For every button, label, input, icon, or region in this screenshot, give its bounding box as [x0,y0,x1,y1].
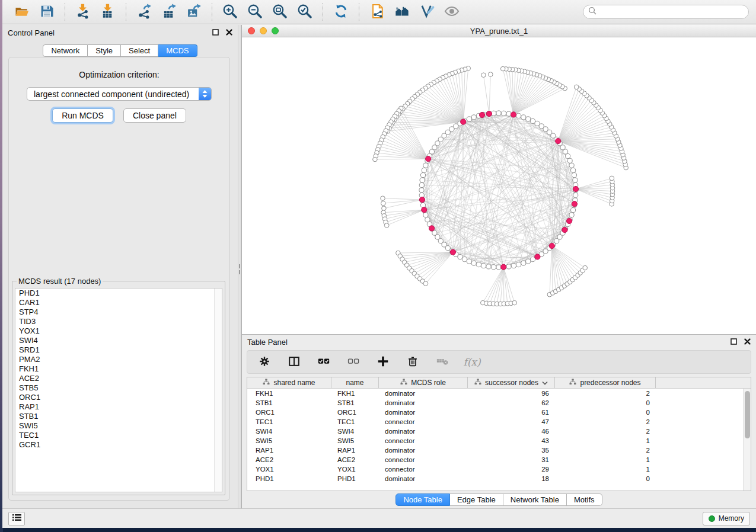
save-session-button[interactable] [37,2,56,21]
tab-mcds[interactable]: MCDS [158,44,197,57]
mcds-network-node[interactable] [461,119,466,124]
table-row[interactable]: ORC1ORC1dominator610 [247,408,751,417]
unselect-all-columns-button[interactable] [346,354,361,370]
mcds-result-item[interactable]: FKH1 [15,364,222,374]
table-cell[interactable]: connector [379,455,468,464]
network-node[interactable] [429,149,434,154]
table-cell[interactable]: 2 [555,389,656,398]
window-maximize-icon[interactable] [272,27,279,34]
network-node[interactable] [471,115,476,120]
tab-select[interactable]: Select [121,44,158,57]
mcds-network-node[interactable] [567,218,572,223]
table-cell[interactable]: connector [379,417,468,427]
network-node[interactable] [512,300,517,305]
mcds-network-node[interactable] [572,201,577,207]
import-network-button[interactable] [74,2,92,21]
mcds-network-node[interactable] [549,243,554,248]
table-cell[interactable]: RAP1 [247,446,331,455]
panel-splitter[interactable] [238,25,241,508]
delete-column-button[interactable] [405,354,420,370]
table-row[interactable]: TEC1TEC1connector472 [247,417,751,427]
network-node[interactable] [432,145,437,150]
network-node[interactable] [526,259,531,264]
network-node[interactable] [521,261,526,265]
table-scrollbar-thumb[interactable] [745,391,750,438]
table-cell[interactable]: connector [379,436,468,446]
mcds-network-node[interactable] [501,264,506,270]
tab-network[interactable]: Network [43,44,88,57]
network-node[interactable] [423,163,428,168]
table-cell[interactable]: 0 [555,408,656,417]
mcds-result-item[interactable]: SRD1 [15,345,222,355]
network-node[interactable] [500,66,505,71]
table-cell[interactable]: 1 [555,436,656,446]
table-cell[interactable]: PHD1 [247,474,331,483]
tab-style[interactable]: Style [88,44,121,57]
table-cell[interactable]: dominator [379,389,468,398]
table-cell[interactable]: SWI4 [247,427,331,436]
table-cell[interactable]: 62 [468,398,555,408]
table-cell[interactable]: 1 [555,464,656,474]
table-row[interactable]: RAP1RAP1dominator352 [247,446,751,455]
network-node[interactable] [384,223,389,228]
network-node[interactable] [563,149,568,154]
home-button[interactable] [393,2,412,21]
network-node[interactable] [572,173,576,178]
table-cell[interactable]: TEC1 [247,417,331,427]
mcds-result-item[interactable]: TID3 [15,317,222,326]
table-cell[interactable]: 18 [468,474,555,483]
table-cell[interactable]: YOX1 [331,464,379,474]
window-minimize-icon[interactable] [260,27,267,34]
network-node[interactable] [530,118,535,123]
table-cell[interactable]: RAP1 [331,446,379,455]
zoom-fit-button[interactable] [270,2,289,21]
mcds-network-node[interactable] [511,112,516,117]
network-node[interactable] [506,264,511,269]
network-node[interactable] [583,265,588,270]
table-cell[interactable]: ORC1 [247,408,331,417]
mcds-result-item[interactable]: TEC1 [15,431,222,440]
search-field[interactable] [583,5,749,19]
mcds-network-node[interactable] [556,139,561,144]
network-node[interactable] [423,213,428,217]
table-row[interactable]: SWI4SWI4dominator462 [247,427,751,436]
table-cell[interactable]: 0 [555,398,656,408]
table-cell[interactable]: dominator [379,474,468,483]
window-close-icon[interactable] [248,27,255,34]
network-node[interactable] [511,263,516,268]
column-header-predecessor-nodes[interactable]: predecessor nodes [555,377,656,388]
network-node[interactable] [566,153,570,158]
table-cell[interactable]: 2 [555,446,656,455]
network-node[interactable] [573,193,578,197]
select-all-columns-button[interactable] [316,354,331,370]
table-cell[interactable]: ORC1 [331,408,379,417]
network-node[interactable] [526,117,531,121]
tab-motifs[interactable]: Motifs [567,493,602,506]
table-cell[interactable]: 2 [555,427,656,436]
network-node[interactable] [467,117,471,121]
mcds-network-node[interactable] [535,254,540,259]
table-cell[interactable]: YOX1 [247,464,331,474]
table-cell[interactable]: dominator [379,427,468,436]
table-row[interactable]: YOX1YOX1connector291 [247,464,751,474]
mcds-result-item[interactable]: RAP1 [15,402,222,412]
table-cell[interactable]: 2 [555,417,656,427]
network-node[interactable] [496,265,501,270]
mcds-network-node[interactable] [486,111,492,116]
table-cell[interactable]: FKH1 [331,389,379,398]
network-node[interactable] [516,113,521,118]
mcds-result-item[interactable]: STB1 [15,412,222,421]
table-scrollbar[interactable] [743,389,751,491]
mcds-result-scrollbar[interactable] [214,289,222,492]
table-cell[interactable]: 43 [468,436,555,446]
table-cell[interactable]: SWI4 [331,427,379,436]
network-node[interactable] [425,217,430,222]
network-node[interactable] [420,173,425,178]
table-cell[interactable]: TEC1 [331,417,379,427]
export-table-button[interactable] [160,2,178,21]
network-node[interactable] [506,111,511,116]
mcds-network-node[interactable] [573,186,578,191]
tab-node-table[interactable]: Node Table [395,493,450,506]
network-canvas[interactable] [242,37,756,334]
table-row[interactable]: STB1STB1dominator620 [247,398,751,408]
